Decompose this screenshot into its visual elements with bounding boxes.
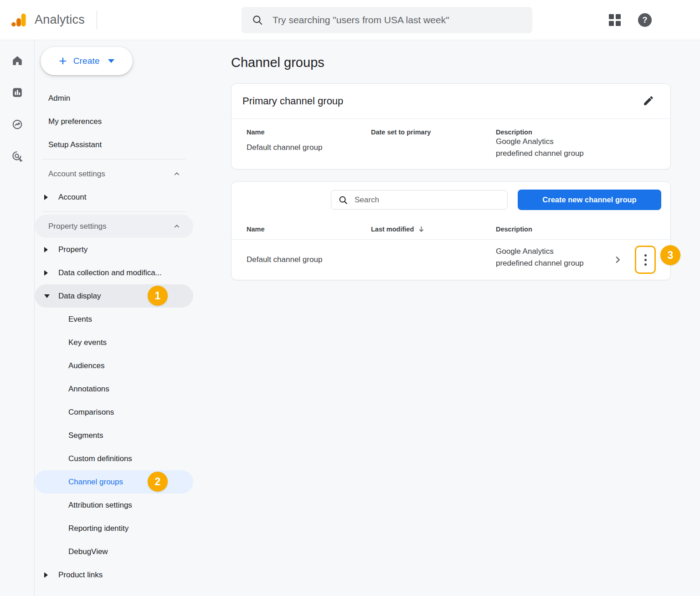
sidebar-item-events[interactable]: Events [35,308,193,331]
page-title: Channel groups [231,55,671,70]
create-button[interactable]: + Create [41,47,133,75]
sidebar-item-label: My preferences [48,117,102,126]
global-search-input[interactable] [273,15,522,26]
sidebar-item-label: Segments [68,431,103,440]
row-date-set-to-primary [371,136,496,159]
create-new-channel-group-button[interactable]: Create new channel group [518,190,661,210]
org-grid-icon[interactable] [609,14,621,26]
help-icon[interactable]: ? [638,13,652,27]
channel-groups-list-card: Create new channel group Name Last modif… [231,181,671,280]
sidebar-item-key-events[interactable]: Key events [35,331,193,354]
divider [42,159,186,159]
sidebar-item-label: DebugView [68,547,108,556]
column-header-description: Description [496,226,587,233]
column-header-date-set-to-primary: Date set to primary [371,128,496,136]
sidebar-item-my-preferences[interactable]: My preferences [35,110,193,133]
sidebar-item-data-display[interactable]: Data display 1 [35,284,193,308]
main-content: Channel groups Primary channel group Nam… [193,40,700,596]
section-label: Account settings [48,170,105,179]
list-search-box[interactable] [331,190,508,210]
table-row: Default channel group Google Analytics p… [232,136,670,169]
sidebar-item-attribution-settings[interactable]: Attribution settings [35,493,193,517]
top-bar: Analytics ? [0,0,700,40]
sidebar-item-label: Data display [58,292,101,301]
sidebar-item-label: Account [58,193,86,202]
sidebar-item-data-collection[interactable]: Data collection and modifica... [35,261,193,284]
column-header-name: Name [247,226,371,233]
explore-icon[interactable] [11,118,23,130]
search-icon [252,14,263,26]
chevron-right-icon[interactable] [612,246,623,274]
sidebar-item-label: Custom definitions [68,454,132,463]
chevron-down-icon [108,59,114,63]
column-header-name: Name [247,128,371,136]
chevron-up-icon [173,170,180,178]
sidebar-item-label: Product links [58,570,103,580]
card-title: Primary channel group [242,95,343,107]
row-more-options-icon[interactable] [635,246,656,274]
expand-arrow-icon [44,195,48,200]
row-name: Default channel group [247,136,371,159]
expand-arrow-icon [44,270,48,276]
primary-table-header: Name Date set to primary Description [232,119,670,136]
table-row[interactable]: Default channel group Google Analytics p… [232,240,670,280]
brand-name: Analytics [35,13,85,27]
brand: Analytics [0,10,97,30]
sidebar-item-label: Audiences [68,361,104,370]
sidebar-item-admin[interactable]: Admin [35,87,193,110]
sidebar-item-label: Comparisons [68,408,114,417]
create-button-label: Create [73,56,100,66]
sidebar-item-setup-assistant[interactable]: Setup Assistant [35,133,193,156]
sidebar-item-account[interactable]: Account [35,185,193,209]
analytics-admin-app: Analytics ? [0,0,700,596]
primary-channel-group-card: Primary channel group Name Date set to p… [231,83,671,170]
column-header-description: Description [496,128,587,136]
list-search-input[interactable] [355,195,500,205]
plus-icon: + [59,54,67,68]
row-last-modified [371,246,496,274]
google-analytics-logo-icon [10,11,27,29]
sidebar-item-annotations[interactable]: Annotations [35,377,193,401]
column-header-label: Last modified [371,226,414,233]
reports-icon[interactable] [11,87,23,98]
row-name: Default channel group [247,246,371,274]
sidebar-item-audiences[interactable]: Audiences [35,354,193,377]
step-badge-2: 2 [148,472,168,492]
column-header-last-modified[interactable]: Last modified [371,225,496,233]
sidebar-item-label: Key events [68,338,107,347]
chevron-up-icon [173,223,180,230]
global-search-bar[interactable] [242,7,532,33]
sidebar-item-property[interactable]: Property [35,238,193,261]
advertising-icon[interactable] [11,150,23,162]
section-account-settings[interactable]: Account settings [35,162,193,185]
sidebar-item-segments[interactable]: Segments [35,424,193,447]
sidebar-item-channel-groups[interactable]: Channel groups 2 [35,470,193,493]
sidebar-item-reporting-identity[interactable]: Reporting identity [35,517,193,540]
sort-descending-icon [417,225,425,233]
admin-sidebar: + Create Admin My preferences Setup Assi… [35,40,193,596]
home-icon[interactable] [11,55,23,67]
sidebar-item-label: Annotations [68,385,109,394]
row-description: Google Analytics predefined channel grou… [496,136,587,159]
sidebar-item-label: Reporting identity [68,524,129,533]
search-icon [338,195,348,205]
section-property-settings[interactable]: Property settings [35,215,193,238]
expand-arrow-icon [44,572,48,578]
sidebar-item-label: Events [68,315,92,324]
sidebar-item-label: Admin [48,94,70,103]
sidebar-item-product-links[interactable]: Product links [35,563,193,586]
sidebar-item-debugview[interactable]: DebugView [35,540,193,563]
sidebar-item-custom-definitions[interactable]: Custom definitions [35,447,193,470]
sidebar-item-comparisons[interactable]: Comparisons [35,401,193,424]
step-badge-1: 1 [148,286,168,306]
edit-pencil-icon[interactable] [642,95,655,108]
section-label: Property settings [48,222,107,231]
collapse-arrow-icon [44,294,50,298]
sidebar-item-label: Attribution settings [68,501,132,510]
sidebar-item-label: Setup Assistant [48,140,102,149]
list-toolbar: Create new channel group [232,182,670,225]
row-description: Google Analytics predefined channel grou… [496,246,587,274]
nav-rail [0,40,35,596]
divider [42,211,186,212]
step-badge-3: 3 [660,245,680,265]
